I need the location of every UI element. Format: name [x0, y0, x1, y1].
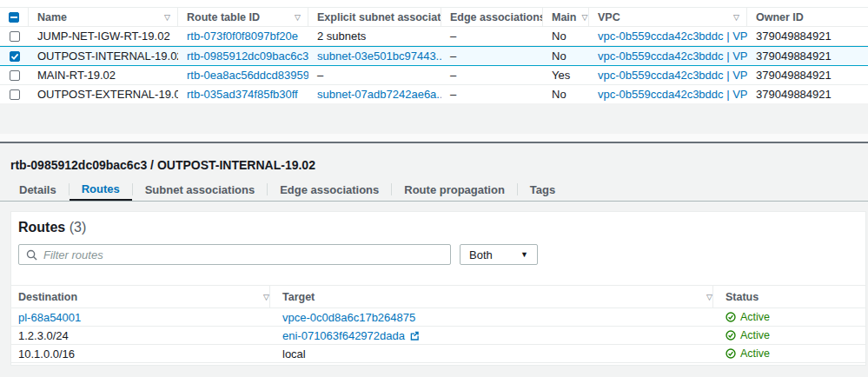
- route-scope-dropdown[interactable]: Both ▼: [460, 244, 538, 265]
- column-header-main[interactable]: Main ▽: [543, 8, 589, 26]
- route-row[interactable]: 10.1.0.0/16 local Active: [11, 345, 865, 363]
- column-header-edge-associations[interactable]: Edge associations: [441, 8, 543, 26]
- subnet-count-tooltip[interactable]: 2 subnets: [317, 30, 366, 43]
- edge-cell: –: [441, 69, 543, 82]
- table-row-selected[interactable]: OUTPOST-INTERNAL-19.02 rtb-0985912dc09ba…: [0, 46, 868, 66]
- status-active-icon: [726, 312, 736, 322]
- vpc-link[interactable]: vpc-0b559ccda42c3bddc | VPC...: [598, 30, 747, 43]
- column-header-name[interactable]: Name ▽: [29, 8, 178, 26]
- route-row[interactable]: 1.2.3.0/24 eni-071063f642972dada: [11, 327, 865, 345]
- destination-link[interactable]: pl-68a54001: [18, 311, 81, 324]
- row-checkbox[interactable]: [10, 70, 20, 81]
- tab-routes[interactable]: Routes: [70, 178, 132, 201]
- sort-icon[interactable]: ▽: [576, 13, 587, 22]
- subnet-link[interactable]: subnet-07adb7242ae6a...: [317, 88, 441, 101]
- subnet-link[interactable]: subnet-03e501bc97443...: [317, 50, 441, 63]
- vpc-link[interactable]: vpc-0b559ccda42c3bddc | VPC...: [598, 88, 747, 101]
- column-header-owner-id[interactable]: Owner ID: [747, 8, 868, 26]
- sort-icon[interactable]: ▽: [701, 293, 712, 301]
- column-header-destination[interactable]: Destination ▽: [11, 286, 270, 308]
- edge-cell: –: [441, 50, 543, 63]
- target-cell: local: [270, 347, 713, 360]
- name-cell: MAIN-RT-19.02: [29, 69, 178, 82]
- select-all-cell: [0, 8, 29, 26]
- filter-routes-input[interactable]: [37, 248, 443, 262]
- tab-details[interactable]: Details: [7, 178, 69, 201]
- route-table-id-link[interactable]: rtb-0985912dc09bac6c3: [187, 50, 308, 63]
- owner-id-cell: 379049884921: [747, 69, 868, 82]
- row-checkbox[interactable]: [10, 31, 20, 42]
- main-cell: No: [543, 88, 589, 101]
- external-link-icon[interactable]: [409, 330, 420, 341]
- detail-tabs: Details Routes Subnet associations Edge …: [0, 178, 868, 202]
- explicit-subnet-cell: –: [308, 69, 441, 82]
- sort-icon[interactable]: ▽: [258, 293, 269, 301]
- detail-panel: rtb-0985912dc09bac6c3 / OUTPOST-INTERNAL…: [0, 143, 868, 377]
- routes-card: Routes (3) Both ▼: [10, 211, 866, 366]
- route-table-id-link[interactable]: rtb-0ea8ac56ddcd83959: [187, 69, 308, 82]
- status-badge: Active: [726, 329, 770, 341]
- main-cell: Yes: [543, 69, 589, 82]
- indeterminate-icon: [10, 17, 17, 18]
- tab-subnet-associations[interactable]: Subnet associations: [133, 178, 267, 201]
- name-cell: OUTPOST-INTERNAL-19.02: [29, 50, 178, 63]
- target-link[interactable]: vpce-0c0d8a6c17b264875: [282, 311, 415, 324]
- route-tables-table: Name ▽ Route table ID ▽ Explicit subnet …: [0, 0, 868, 104]
- routes-table: Destination ▽ Target ▽ Status pl-68a5400…: [11, 285, 865, 363]
- tab-route-propagation[interactable]: Route propagation: [392, 178, 517, 201]
- table-row[interactable]: MAIN-RT-19.02 rtb-0ea8ac56ddcd83959 – – …: [0, 66, 868, 85]
- route-tables-console: Name ▽ Route table ID ▽ Explicit subnet …: [0, 0, 868, 377]
- select-all-checkbox[interactable]: [9, 12, 19, 23]
- routes-count: (3): [70, 220, 87, 235]
- edge-cell: –: [441, 30, 543, 43]
- column-header-explicit-subnet[interactable]: Explicit subnet associat...: [308, 8, 441, 26]
- route-table-id-link[interactable]: rtb-035ad374f85fb30ff: [187, 88, 298, 101]
- vpc-link[interactable]: vpc-0b559ccda42c3bddc | VPC...: [598, 50, 747, 63]
- name-cell: JUMP-NET-IGW-RT-19.02: [29, 30, 178, 43]
- route-row[interactable]: pl-68a54001 vpce-0c0d8a6c17b264875 Activ…: [11, 308, 865, 327]
- table-row[interactable]: OUTPOST-EXTERNAL-19.02 rtb-035ad374f85fb…: [0, 85, 868, 104]
- row-checkbox[interactable]: [10, 89, 20, 100]
- routes-filter-row: Both ▼: [18, 244, 865, 265]
- column-header-target[interactable]: Target ▽: [270, 286, 713, 308]
- owner-id-cell: 379049884921: [747, 30, 868, 43]
- sort-icon[interactable]: ▽: [728, 13, 739, 22]
- page-title: rtb-0985912dc09bac6c3 / OUTPOST-INTERNAL…: [10, 158, 868, 172]
- sort-icon[interactable]: ▽: [159, 13, 170, 22]
- column-header-status: Status: [713, 286, 865, 308]
- check-icon: [10, 52, 19, 61]
- status-active-icon: [726, 330, 736, 341]
- route-tables-header-row: Name ▽ Route table ID ▽ Explicit subnet …: [0, 7, 868, 27]
- tab-tags[interactable]: Tags: [518, 178, 567, 201]
- vpc-link[interactable]: vpc-0b559ccda42c3bddc | VPC...: [598, 69, 747, 82]
- column-header-route-table-id[interactable]: Route table ID ▽: [178, 8, 308, 26]
- table-footer-area: [0, 103, 868, 134]
- status-active-icon: [726, 348, 736, 359]
- status-badge: Active: [726, 347, 770, 360]
- split-gap: [0, 134, 868, 142]
- row-checkbox-checked[interactable]: [10, 51, 20, 62]
- tab-edge-associations[interactable]: Edge associations: [268, 178, 391, 201]
- search-icon: [26, 249, 37, 261]
- main-cell: No: [543, 50, 589, 63]
- destination-cell: 10.1.0.0/16: [11, 347, 270, 360]
- sort-icon[interactable]: ▽: [289, 13, 301, 22]
- owner-id-cell: 379049884921: [747, 50, 868, 63]
- chevron-down-icon: ▼: [520, 250, 528, 259]
- edge-cell: –: [441, 88, 543, 101]
- main-cell: No: [543, 30, 589, 43]
- owner-id-cell: 379049884921: [747, 88, 868, 101]
- route-table-id-link[interactable]: rtb-073f0f0f8097bf20e: [187, 30, 298, 43]
- routes-header-row: Destination ▽ Target ▽ Status: [11, 285, 865, 308]
- routes-section-title: Routes (3): [18, 220, 865, 235]
- destination-cell: 1.2.3.0/24: [11, 329, 270, 342]
- name-cell: OUTPOST-EXTERNAL-19.02: [29, 88, 178, 101]
- dropdown-value: Both: [469, 248, 493, 261]
- filter-box: [18, 244, 451, 265]
- target-link[interactable]: eni-071063f642972dada: [282, 329, 405, 342]
- column-header-vpc[interactable]: VPC ▽: [589, 8, 747, 26]
- table-row[interactable]: JUMP-NET-IGW-RT-19.02 rtb-073f0f0f8097bf…: [0, 27, 868, 46]
- status-badge: Active: [726, 311, 770, 323]
